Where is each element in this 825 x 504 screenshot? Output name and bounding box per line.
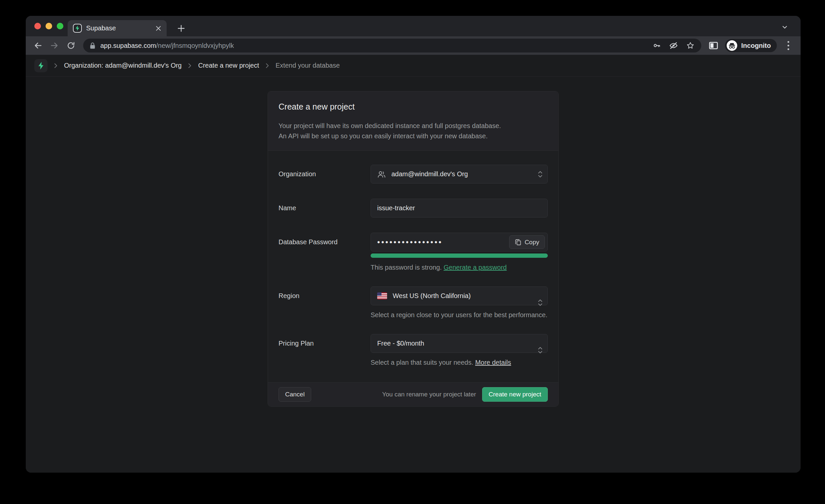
address-bar-actions <box>653 41 695 50</box>
users-icon <box>377 170 386 178</box>
tab-strip: Supabase <box>26 16 801 36</box>
name-label: Name <box>279 199 371 218</box>
region-row: Region West US (North California) Select… <box>279 286 548 319</box>
region-select[interactable]: West US (North California) <box>371 286 548 305</box>
incognito-badge[interactable]: Incognito <box>725 39 777 52</box>
card-description-line1: Your project will have its own dedicated… <box>279 121 548 131</box>
breadcrumb-item-organization[interactable]: Organization: adam@windmill.dev's Org <box>64 62 181 69</box>
incognito-spy-icon <box>727 40 737 51</box>
address-bar[interactable]: app.supabase.com/new/jfnsmqoynldvxjyhpyl… <box>83 39 701 53</box>
tab-close-icon[interactable] <box>155 25 161 31</box>
chevron-updown-icon <box>538 346 543 355</box>
password-row: Database Password •••••••••••••••• Copy <box>279 233 548 271</box>
pricing-helper: Select a plan that suits your needs. Mor… <box>371 359 548 366</box>
url-domain: app.supabase.com <box>100 42 156 49</box>
pricing-helper-text: Select a plan that suits your needs. <box>371 359 473 366</box>
url-path: /new/jfnsmqoynldvxjyhpylk <box>156 42 234 49</box>
page-title: Create a new project <box>279 102 548 112</box>
password-masked-value: •••••••••••••••• <box>377 238 443 246</box>
browser-toolbar: app.supabase.com/new/jfnsmqoynldvxjyhpyl… <box>26 36 801 55</box>
more-details-link[interactable]: More details <box>475 359 511 366</box>
name-row: Name issue-tracker <box>279 199 548 218</box>
organization-select[interactable]: adam@windmill.dev's Org <box>371 165 548 184</box>
pricing-select[interactable]: Free - $0/month <box>371 334 548 353</box>
back-button[interactable] <box>31 39 45 53</box>
zoom-window-button[interactable] <box>57 23 63 29</box>
card-header: Create a new project Your project will h… <box>268 91 558 150</box>
eye-slash-icon[interactable] <box>669 41 678 50</box>
card-body: Organization adam@windmill.dev's Org <box>268 150 558 382</box>
close-window-button[interactable] <box>34 23 41 29</box>
password-label: Database Password <box>279 233 371 271</box>
card-description: Your project will have its own dedicated… <box>279 121 548 141</box>
pricing-row: Pricing Plan Free - $0/month Select a pl… <box>279 334 548 366</box>
breadcrumb-separator-icon <box>54 63 58 69</box>
browser-window: Supabase app.supabase.com/new/jfnsmqoynl… <box>26 16 801 473</box>
rename-note: You can rename your project later <box>382 391 476 398</box>
password-strength-bar <box>371 254 548 258</box>
region-label: Region <box>279 286 371 319</box>
password-key-icon[interactable] <box>653 41 661 50</box>
region-value: West US (North California) <box>393 292 470 300</box>
lock-icon[interactable] <box>90 42 95 49</box>
tab-supabase[interactable]: Supabase <box>68 20 167 36</box>
tab-search-chevron-icon[interactable] <box>779 21 791 33</box>
generate-password-link[interactable]: Generate a password <box>444 264 507 271</box>
supabase-logo-icon[interactable] <box>34 59 48 72</box>
reload-button[interactable] <box>64 39 78 53</box>
card-footer: Cancel You can rename your project later… <box>268 382 558 406</box>
window-controls <box>34 23 63 29</box>
password-helper: This password is strong. Generate a pass… <box>371 264 548 271</box>
minimize-window-button[interactable] <box>46 23 52 29</box>
cancel-button[interactable]: Cancel <box>279 387 311 402</box>
bookmark-star-icon[interactable] <box>686 41 695 50</box>
forward-button[interactable] <box>48 39 61 53</box>
create-new-project-button[interactable]: Create new project <box>482 387 548 402</box>
page-content: Create a new project Your project will h… <box>26 77 801 473</box>
breadcrumb-item-extend-database[interactable]: Extend your database <box>276 62 340 69</box>
breadcrumb-separator-icon <box>265 63 270 69</box>
copy-icon <box>515 239 521 246</box>
us-flag-icon <box>377 292 387 299</box>
new-tab-button[interactable] <box>173 20 189 36</box>
create-project-card: Create a new project Your project will h… <box>268 91 559 407</box>
tab-title: Supabase <box>86 24 151 32</box>
organization-label: Organization <box>279 165 371 184</box>
project-name-input[interactable]: issue-tracker <box>371 199 548 218</box>
organization-row: Organization adam@windmill.dev's Org <box>279 165 548 184</box>
side-panel-icon[interactable] <box>706 39 721 53</box>
project-name-value: issue-tracker <box>377 204 415 212</box>
chevron-updown-icon <box>538 298 543 307</box>
pricing-value: Free - $0/month <box>377 340 424 347</box>
url-text[interactable]: app.supabase.com/new/jfnsmqoynldvxjyhpyl… <box>100 42 648 50</box>
breadcrumb-separator-icon <box>188 63 192 69</box>
password-strength-text: This password is strong. <box>371 264 442 271</box>
breadcrumb: Organization: adam@windmill.dev's Org Cr… <box>26 55 801 77</box>
browser-menu-icon[interactable] <box>781 39 795 53</box>
copy-password-button[interactable]: Copy <box>509 235 545 249</box>
incognito-label: Incognito <box>741 42 771 50</box>
copy-button-label: Copy <box>525 239 539 246</box>
chevron-updown-icon <box>538 170 543 178</box>
breadcrumb-item-create-project[interactable]: Create a new project <box>198 62 259 69</box>
card-description-line2: An API will be set up so you can easily … <box>279 131 548 141</box>
region-helper: Select a region close to your users for … <box>371 311 548 319</box>
supabase-favicon-icon <box>73 24 82 33</box>
pricing-label: Pricing Plan <box>279 334 371 366</box>
organization-value: adam@windmill.dev's Org <box>391 170 468 178</box>
